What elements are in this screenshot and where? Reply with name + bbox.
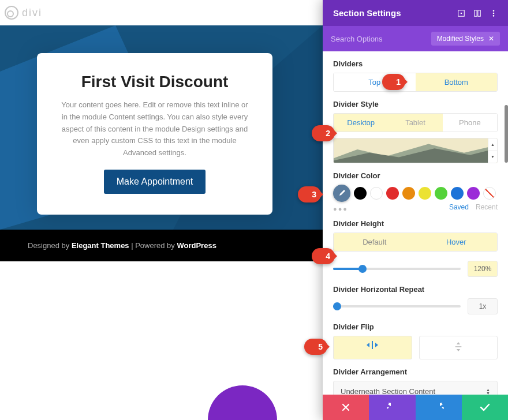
dividers-label: Dividers [333, 59, 498, 68]
flip-horizontal-button[interactable] [333, 336, 412, 359]
panel-subheader: Search Options Modified Styles ✕ [323, 26, 508, 51]
swatch-red[interactable] [386, 187, 399, 200]
section-settings-panel: Section Settings Search Options Modified… [323, 0, 508, 420]
panel-body: Dividers Top Bottom Divider Style Deskto… [323, 51, 508, 395]
swatch-black[interactable] [354, 187, 367, 200]
cancel-button[interactable] [323, 395, 369, 420]
divider-height-value[interactable]: 120% [468, 261, 498, 277]
swatch-green[interactable] [435, 187, 447, 200]
divider-style-label: Divider Style [333, 100, 498, 108]
callout-3: 3 [298, 186, 321, 202]
color-swatches [333, 185, 498, 202]
svg-point-9 [493, 15, 495, 17]
divider-repeat-value[interactable]: 1x [468, 298, 498, 314]
color-picker-button[interactable] [333, 185, 350, 202]
svg-rect-5 [475, 10, 477, 16]
promo-body: Your content goes here. Edit or remove t… [58, 99, 252, 159]
panel-footer-actions [323, 395, 508, 420]
preview-footer: Designed by Elegant Themes | Powered by … [0, 230, 323, 261]
divider-height-slider-row: 120% [333, 261, 498, 277]
save-button[interactable] [462, 395, 508, 420]
layout-icon[interactable] [473, 9, 481, 17]
divi-logo-text: divi [22, 7, 42, 19]
tab-phone[interactable]: Phone [443, 114, 497, 132]
tab-tablet[interactable]: Tablet [388, 114, 442, 132]
divider-arrangement-select[interactable]: Underneath Section Content ▲▼ [333, 381, 498, 395]
search-options[interactable]: Search Options [331, 35, 431, 43]
make-appointment-button[interactable]: Make Appointment [104, 170, 206, 194]
promo-card: First Visit Discount Your content goes h… [37, 53, 272, 215]
close-icon[interactable]: ✕ [488, 35, 494, 43]
promo-title: First Visit Discount [58, 73, 252, 91]
filter-pill-label: Modified Styles [437, 35, 484, 43]
divi-logo-icon [5, 6, 18, 20]
flip-vertical-button[interactable] [419, 336, 498, 359]
svg-rect-6 [478, 10, 480, 16]
scrollbar-thumb[interactable] [505, 105, 508, 163]
tab-bottom[interactable]: Bottom [416, 73, 498, 91]
modified-styles-filter[interactable]: Modified Styles ✕ [431, 32, 500, 46]
svg-rect-12 [372, 341, 373, 349]
divider-height-label: Divider Height [333, 219, 498, 228]
hero-section: First Visit Discount Your content goes h… [0, 25, 323, 230]
swatch-none[interactable] [483, 187, 496, 200]
footer-sep: | Powered by [129, 241, 177, 250]
divider-color-label: Divider Color [333, 171, 498, 180]
slider-thumb[interactable] [358, 265, 367, 273]
saved-colors-link[interactable]: Saved [449, 203, 469, 211]
svg-rect-13 [455, 346, 461, 347]
swatch-orange[interactable] [402, 187, 415, 200]
swatch-yellow[interactable] [419, 187, 431, 200]
divider-flip-buttons [333, 336, 498, 359]
tab-hover[interactable]: Hover [416, 233, 498, 251]
divider-style-preview[interactable]: ▲ ▼ [333, 138, 498, 163]
svg-point-7 [493, 10, 495, 12]
stepper-down-icon[interactable]: ▼ [488, 151, 497, 163]
chevron-updown-icon: ▲▼ [486, 388, 490, 395]
saved-recent-row: SavedRecent [333, 203, 498, 211]
footer-designer: Elegant Themes [72, 241, 129, 250]
svg-point-4 [461, 12, 462, 14]
redo-button[interactable] [416, 395, 462, 420]
expand-icon[interactable] [457, 9, 465, 17]
divider-repeat-slider[interactable] [333, 305, 461, 308]
divider-arrangement-value: Underneath Section Content [341, 387, 435, 395]
swatch-purple[interactable] [467, 187, 480, 200]
divi-logo: divi [5, 6, 42, 20]
stepper-up-icon[interactable]: ▲ [488, 138, 497, 151]
divider-style-tabs: Desktop Tablet Phone [333, 113, 498, 132]
undo-button[interactable] [369, 395, 415, 420]
divider-repeat-slider-row: 1x [333, 298, 498, 314]
tab-default[interactable]: Default [334, 233, 416, 251]
panel-title: Section Settings [333, 8, 401, 18]
divider-repeat-label: Divider Horizontal Repeat [333, 285, 498, 294]
swatch-blue[interactable] [451, 187, 464, 200]
divider-height-state: Default Hover [333, 232, 498, 252]
callout-2: 2 [312, 125, 335, 141]
divider-arrangement-label: Divider Arrangement [333, 367, 498, 376]
dividers-toggle: Top Bottom [333, 73, 498, 92]
svg-point-8 [493, 12, 495, 14]
divider-height-slider[interactable] [333, 268, 461, 270]
kebab-menu-icon[interactable] [490, 9, 498, 17]
divider-flip-label: Divider Flip [333, 322, 498, 331]
footer-designed-by: Designed by [28, 241, 72, 250]
floating-fab[interactable] [208, 385, 277, 420]
divider-style-stepper: ▲ ▼ [488, 138, 497, 163]
recent-colors-link[interactable]: Recent [476, 203, 498, 211]
tab-desktop[interactable]: Desktop [334, 114, 388, 132]
callout-5: 5 [304, 339, 327, 355]
callout-4: 4 [312, 248, 335, 264]
preview-topbar: divi [0, 0, 323, 25]
slider-thumb[interactable] [333, 302, 341, 310]
panel-header-actions [457, 9, 498, 17]
swatch-white[interactable] [370, 187, 383, 200]
callout-1: 1 [382, 74, 405, 90]
page-preview: divi First Visit Discount Your content g… [0, 0, 323, 420]
panel-header: Section Settings [323, 0, 508, 26]
footer-power: WordPress [177, 241, 216, 250]
